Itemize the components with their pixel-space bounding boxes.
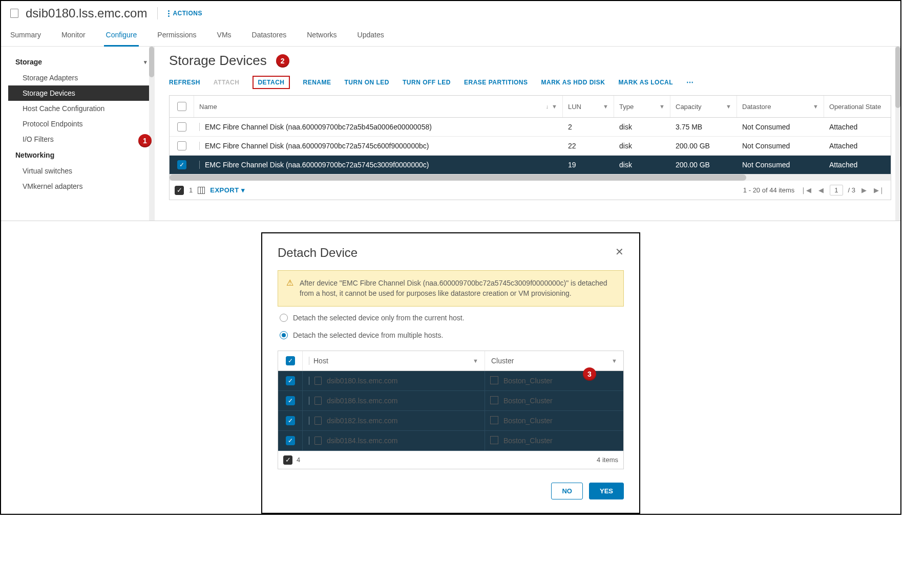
table-row[interactable]: EMC Fibre Channel Disk (naa.600009700bc7… [170,137,891,156]
tab-permissions[interactable]: Permissions [155,26,198,46]
column-datastore[interactable]: Datastore [742,103,771,111]
tab-vms[interactable]: VMs [215,26,234,46]
chevron-down-icon: ▾ [241,186,245,194]
columns-icon[interactable] [198,187,205,194]
sidebar-item-io-filters[interactable]: I/O Filters [8,132,154,147]
selected-count-icon: ✓ [175,186,184,195]
page-input[interactable]: 1 [830,185,843,195]
turn-on-led-button[interactable]: TURN ON LED [345,79,390,86]
host-checkbox[interactable]: ✓ [286,436,295,445]
host-icon [314,437,322,445]
sidebar-item-host-cache[interactable]: Host Cache Configuration [8,101,154,116]
sidebar-item-virtual-switches[interactable]: Virtual switches [8,163,154,179]
cluster-icon [491,437,498,444]
first-page-button[interactable]: ❘◀ [800,186,812,194]
filter-icon[interactable]: ▼ [612,358,617,364]
device-type: disk [614,137,670,155]
refresh-button[interactable]: REFRESH [169,79,200,86]
column-name[interactable]: Name [199,103,217,111]
chevron-down-icon: ▾ [144,59,147,66]
filter-icon[interactable]: ▼ [552,103,557,110]
host-name: dsib0180.lss.emc.com [327,377,398,385]
sidebar-scrollbar[interactable] [149,47,154,221]
select-all-hosts-checkbox[interactable]: ✓ [286,356,295,365]
detach-device-dialog: Detach Device ✕ ⚠ After device "EMC Fibr… [261,232,640,514]
main-scrollbar[interactable] [895,47,900,221]
host-row[interactable]: ✓dsib0186.lss.emc.comBoston_Cluster [278,391,623,411]
column-host[interactable]: Host [313,357,328,365]
callout-badge-2: 2 [276,54,289,68]
column-cluster[interactable]: Cluster [491,357,514,365]
sidebar-item-storage-devices[interactable]: Storage Devices [8,85,154,101]
mark-local-button[interactable]: MARK AS LOCAL [618,79,673,86]
host-icon [314,377,322,385]
host-checkbox[interactable]: ✓ [286,396,295,405]
column-type[interactable]: Type [619,103,634,111]
mark-hdd-button[interactable]: MARK AS HDD DISK [541,79,605,86]
column-lun[interactable]: LUN [568,103,581,111]
no-button[interactable]: NO [551,483,583,499]
filter-icon[interactable]: ▼ [813,103,818,110]
sidebar-group-networking[interactable]: Networking [8,147,154,163]
table-row[interactable]: ✓EMC Fibre Channel Disk (naa.600009700bc… [170,156,891,175]
filter-icon[interactable]: ▼ [726,103,731,110]
radio-label: Detach the selected device only from the… [293,314,465,322]
hosts-total: 4 items [597,456,618,464]
device-opstate: Attached [824,156,891,173]
host-checkbox[interactable]: ✓ [286,416,295,425]
host-row[interactable]: ✓dsib0184.lss.emc.comBoston_Cluster [278,431,623,451]
sidebar-item-storage-adapters[interactable]: Storage Adapters [8,70,154,85]
radio-icon [280,331,288,339]
device-toolbar: REFRESH ATTACH DETACH RENAME TURN ON LED… [169,69,891,95]
callout-badge-1: 1 [138,134,152,147]
turn-off-led-button[interactable]: TURN OFF LED [403,79,451,86]
detach-button[interactable]: DETACH [253,76,289,89]
filter-icon[interactable]: ▼ [659,103,665,110]
row-checkbox[interactable] [177,141,186,150]
page-total: / 3 [848,186,855,194]
tab-networks[interactable]: Networks [305,26,339,46]
device-opstate: Attached [824,137,891,155]
next-page-button[interactable]: ▶ [860,186,868,194]
row-checkbox[interactable] [177,122,186,132]
host-checkbox[interactable]: ✓ [286,376,295,385]
sidebar-item-vmkernel-adapters[interactable]: VMkernel adapters [8,179,154,194]
row-checkbox[interactable]: ✓ [177,160,186,169]
tab-configure[interactable]: Configure [104,26,139,47]
host-icon [314,417,322,425]
host-row[interactable]: ✓dsib0182.lss.emc.comBoston_Cluster [278,411,623,431]
cluster-icon [491,397,498,404]
sidebar-item-protocol-endpoints[interactable]: Protocol Endpoints [8,116,154,132]
select-all-checkbox[interactable] [177,102,186,111]
attach-button[interactable]: ATTACH [214,79,240,86]
prev-page-button[interactable]: ◀ [817,186,825,194]
sort-icon[interactable]: ↓ [546,103,552,110]
tab-summary[interactable]: Summary [8,26,43,46]
filter-icon[interactable]: ▼ [603,103,608,110]
device-capacity: 200.00 GB [670,137,737,155]
export-button[interactable]: EXPORT ▾ [210,186,245,194]
close-button[interactable]: ✕ [615,246,624,258]
tab-monitor[interactable]: Monitor [59,26,88,46]
erase-partitions-button[interactable]: ERASE PARTITIONS [464,79,528,86]
tab-datastores[interactable]: Datastores [250,26,289,46]
hosts-table: ✓ Host▼ Cluster▼ ✓dsib0180.lss.emc.comBo… [278,351,624,469]
filter-icon[interactable]: ▼ [473,358,478,364]
yes-button[interactable]: YES [589,483,624,499]
horizontal-scrollbar[interactable] [170,175,891,181]
radio-option-multiple-hosts[interactable]: Detach the selected device from multiple… [278,324,624,341]
host-row[interactable]: ✓dsib0180.lss.emc.comBoston_Cluster [278,371,623,391]
more-actions-icon[interactable]: ⋯ [686,78,695,86]
column-capacity[interactable]: Capacity [676,103,702,111]
host-name: dsib0186.lss.emc.com [327,397,398,405]
column-opstate[interactable]: Operational State [829,103,881,111]
last-page-button[interactable]: ▶❘ [873,186,886,194]
table-row[interactable]: EMC Fibre Channel Disk (naa.600009700bc7… [170,118,891,137]
rename-button[interactable]: RENAME [303,79,331,86]
radio-option-current-host[interactable]: Detach the selected device only from the… [278,307,624,324]
sidebar-group-storage[interactable]: Storage ▾ [8,54,154,70]
tab-updates[interactable]: Updates [355,26,386,46]
cluster-name: Boston_Cluster [503,417,553,425]
page-title: Storage Devices [169,53,267,69]
actions-menu[interactable]: ACTIONS [168,10,202,17]
